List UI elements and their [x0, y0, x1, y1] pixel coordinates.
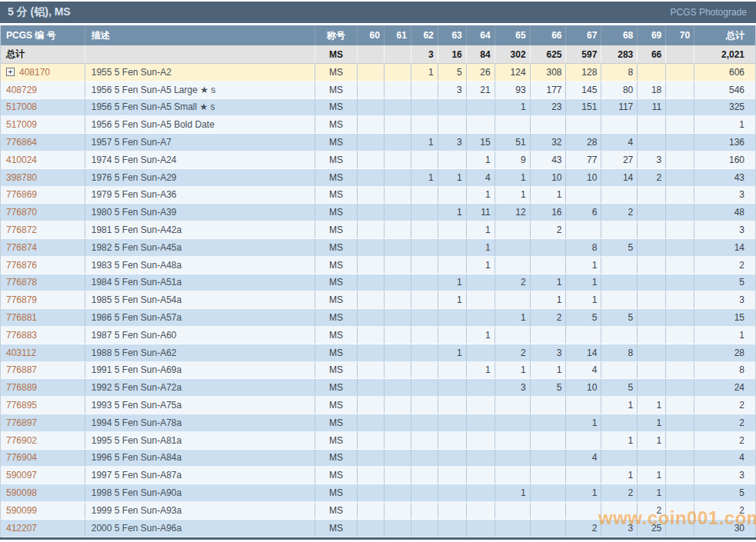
pcgs-number-cell[interactable]: 412207	[1, 520, 85, 537]
total-cell: 1	[694, 327, 755, 344]
pcgs-number-link[interactable]: 517009	[6, 119, 37, 130]
total-cell: 48	[694, 204, 755, 221]
description-cell: 1976 5 Fen Sun-A29	[85, 169, 315, 186]
grade-60-cell	[358, 484, 385, 501]
grade-60-cell	[358, 274, 385, 291]
grade-62-cell	[411, 274, 438, 291]
pcgs-number-link[interactable]: 398780	[6, 172, 37, 183]
grade-64-cell	[467, 344, 495, 361]
grade-65-cell	[495, 239, 531, 256]
grade-61-cell	[385, 45, 411, 63]
grade-63-cell	[438, 397, 467, 414]
grade-60-cell	[358, 327, 385, 344]
designation-cell: MS	[315, 169, 358, 186]
pcgs-number-link[interactable]: 408170	[19, 67, 50, 78]
grade-62-cell	[411, 379, 438, 396]
grade-69-cell	[638, 379, 666, 396]
pcgs-number-cell[interactable]: +408170	[1, 64, 85, 81]
description-cell: 1984 5 Fen Sun-A51a	[85, 274, 315, 291]
grade-69-cell	[638, 221, 666, 238]
designation-cell: MS	[315, 151, 358, 168]
pcgs-number-link[interactable]: 517008	[6, 101, 37, 112]
pcgs-number-cell[interactable]: 776879	[1, 291, 85, 308]
designation-cell: MS	[315, 520, 358, 537]
pcgs-number-cell[interactable]: 776872	[1, 221, 85, 238]
pcgs-number-cell[interactable]: 590097	[1, 467, 85, 484]
pcgs-number-link[interactable]: 590098	[6, 487, 37, 498]
pcgs-photograde-link[interactable]: PCGS Photograde	[671, 7, 747, 18]
pcgs-number-cell[interactable]: 776897	[1, 414, 85, 431]
pcgs-number-link[interactable]: 776874	[6, 242, 37, 253]
grade-62-cell	[411, 151, 438, 168]
pcgs-number-link[interactable]: 776870	[6, 207, 37, 218]
pcgs-number-link[interactable]: 590099	[6, 505, 37, 516]
pcgs-number-cell[interactable]: 776876	[1, 257, 85, 274]
pcgs-number-link[interactable]: 412207	[6, 523, 37, 534]
table-row: 5900991999 5 Fen Sun-A93aMS22	[1, 502, 755, 520]
grade-64-cell: 11	[467, 204, 495, 221]
grade-63-cell	[438, 379, 467, 396]
designation-cell: MS	[315, 414, 358, 431]
pcgs-number-cell[interactable]: 776889	[1, 379, 85, 396]
pcgs-number-cell[interactable]: 776869	[1, 187, 85, 204]
grade-65-cell: 2	[495, 344, 531, 361]
expand-icon[interactable]: +	[6, 68, 15, 76]
pcgs-number-link[interactable]: 776902	[6, 435, 37, 446]
pcgs-number-cell[interactable]: 410024	[1, 151, 85, 168]
designation-cell: MS	[315, 362, 358, 379]
pcgs-number-cell[interactable]: 776874	[1, 239, 85, 256]
pcgs-number-cell[interactable]: 517008	[1, 99, 85, 116]
pcgs-number-cell[interactable]: 776887	[1, 362, 85, 379]
grade-61-cell	[385, 221, 411, 238]
grade-65-cell	[495, 221, 531, 238]
pcgs-number-cell[interactable]: 517009	[1, 116, 85, 133]
pcgs-number-link[interactable]: 410024	[6, 155, 37, 165]
pcgs-number-cell[interactable]: 403112	[1, 344, 85, 361]
grade-61-cell	[385, 64, 411, 81]
pcgs-number-link[interactable]: 776864	[6, 137, 37, 148]
grade-70-cell	[666, 221, 694, 238]
grade-69-cell: 1	[638, 484, 666, 501]
pcgs-number-link[interactable]: 776895	[6, 400, 37, 411]
pcgs-number-cell[interactable]: 776902	[1, 432, 85, 449]
pcgs-number-link[interactable]: 776881	[6, 312, 37, 323]
grade-66-cell	[531, 502, 567, 519]
pcgs-number-cell[interactable]: 590099	[1, 502, 85, 519]
pcgs-number-cell[interactable]: 776895	[1, 397, 85, 414]
pcgs-number-link[interactable]: 776879	[6, 294, 37, 305]
grade-65-cell	[495, 397, 531, 414]
pcgs-number-link[interactable]: 776869	[6, 189, 37, 200]
pcgs-number-cell[interactable]: 590098	[1, 484, 85, 501]
grade-62-cell: 3	[411, 45, 438, 63]
header-total: 总计	[694, 25, 755, 45]
pcgs-number-link[interactable]: 776883	[6, 330, 37, 341]
pcgs-number-cell[interactable]: 776864	[1, 134, 85, 151]
grade-63-cell: 1	[438, 169, 467, 186]
table-row: 7768741982 5 Fen Sun-A45aMS18514	[1, 239, 755, 257]
grade-67-cell	[566, 432, 601, 449]
grade-69-cell: 25	[638, 520, 666, 537]
pcgs-number-link[interactable]: 776887	[6, 364, 37, 375]
pcgs-number-link[interactable]: 590097	[6, 470, 37, 480]
pcgs-number-link[interactable]: 408729	[6, 85, 37, 95]
grade-63-cell: 1	[438, 291, 467, 308]
grade-60-cell	[358, 116, 385, 133]
grade-68-cell: 1	[601, 467, 638, 484]
pcgs-number-cell[interactable]: 776904	[1, 450, 85, 467]
pcgs-number-cell[interactable]: 408729	[1, 81, 85, 98]
pcgs-number-cell[interactable]: 776881	[1, 309, 85, 326]
pcgs-number-cell[interactable]: 776883	[1, 327, 85, 344]
pcgs-number-link[interactable]: 776897	[6, 417, 37, 428]
pcgs-number-link[interactable]: 776872	[6, 224, 37, 235]
grade-66-cell: 1	[531, 274, 567, 291]
table-row: 4087291956 5 Fen Sun-A5 Large ★ sMS32193…	[1, 81, 755, 99]
pcgs-number-cell[interactable]: 776878	[1, 274, 85, 291]
pcgs-number-link[interactable]: 776876	[6, 260, 37, 271]
pcgs-number-link[interactable]: 403112	[6, 347, 36, 358]
total-cell: 24	[694, 379, 755, 396]
pcgs-number-cell[interactable]: 398780	[1, 169, 85, 186]
pcgs-number-link[interactable]: 776904	[6, 452, 37, 463]
pcgs-number-link[interactable]: 776878	[6, 277, 37, 288]
pcgs-number-cell[interactable]: 776870	[1, 204, 85, 221]
pcgs-number-link[interactable]: 776889	[6, 382, 37, 393]
